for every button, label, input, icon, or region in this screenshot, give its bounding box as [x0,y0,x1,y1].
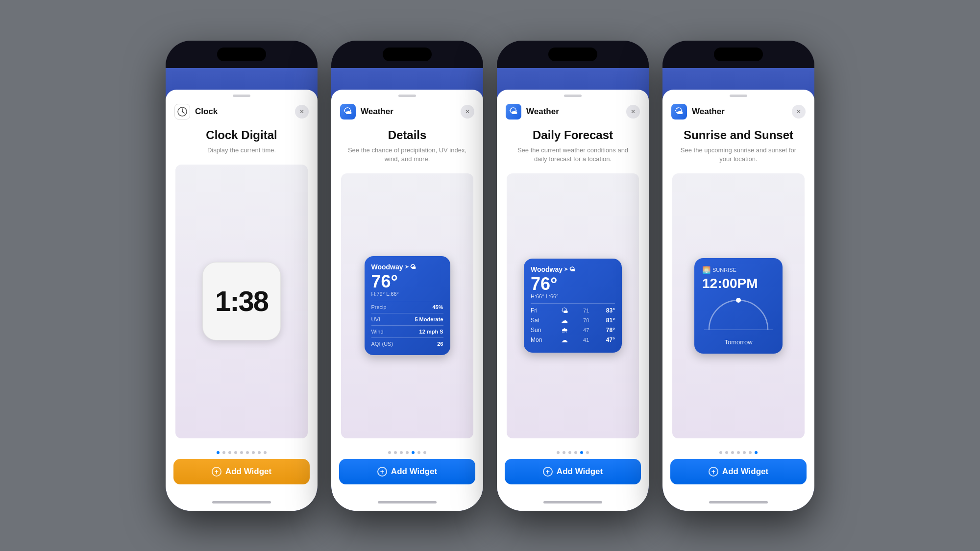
details-hl: H:79° L:66° [371,291,443,297]
dot [252,451,255,454]
forecast-row-sat: Sat ☁ 70 81° [531,316,615,324]
details-widget-desc: See the chance of precipitation, UV inde… [341,146,473,164]
dynamic-island-2 [383,48,432,61]
sunrise-widget: 🌅 SUNRISE 12:00PM T [694,258,783,354]
detail-row-aqi: AQI (US) 26 [371,341,443,347]
dot [574,451,577,454]
page-dots-sunrise [662,446,814,459]
forecast-row-sun: Sun 🌧 47 78° [531,326,615,334]
home-bar-2 [378,501,437,503]
phone-sunrise: 🌤 Weather ✕ Sunrise and Sunset See the u… [662,41,814,511]
sunrise-preview-area: 🌅 SUNRISE 12:00PM T [672,173,805,438]
modal-content-clock: Clock Digital Display the current time. … [166,123,318,446]
clock-app-icon [174,104,190,120]
close-button-clock[interactable]: ✕ [295,105,309,119]
clock-preview-area: 1:38 [175,165,308,438]
clock-app-name: Clock [195,107,295,117]
dot [264,451,267,454]
add-widget-button-sunrise[interactable]: + Add Widget [670,459,807,484]
dynamic-island-4 [714,48,763,61]
dot [568,451,571,454]
add-widget-button-clock[interactable]: + Add Widget [173,459,310,484]
close-button-details[interactable]: ✕ [461,105,474,119]
clock-time: 1:38 [215,287,268,315]
page-dots-forecast [497,446,649,459]
detail-row-wind: Wind 12 mph S [371,329,443,335]
weather-app-icon-4: 🌤 [671,104,687,120]
forecast-widget-desc: See the current weather conditions and d… [507,146,639,164]
sunrise-widget-title: Sunrise and Sunset [684,128,793,142]
plus-icon-forecast: + [543,467,553,477]
modal-content-sunrise: Sunrise and Sunset See the upcoming sunr… [662,123,814,446]
dynamic-island-3 [548,48,597,61]
dot [228,451,231,454]
dot [743,451,746,454]
add-widget-button-details[interactable]: + Add Widget [339,459,475,484]
dot [388,451,391,454]
dot [749,451,752,454]
plus-icon-details: + [377,467,387,477]
dot [240,451,243,454]
dot [258,451,261,454]
dot-active [580,451,583,454]
modal-header-2: 🌤 Weather ✕ [331,97,483,123]
add-widget-label-clock: Add Widget [225,467,271,477]
weather-forecast-widget: Woodway ➤ 🌤 76° H:66° L:66° [524,259,622,353]
add-widget-button-forecast[interactable]: + Add Widget [505,459,641,484]
modal-content-forecast: Daily Forecast See the current weather c… [497,123,649,446]
forecast-hl: H:66° L:66° [531,293,615,299]
dot [234,451,237,454]
dot [246,451,249,454]
modal-sheet-details: 🌤 Weather ✕ Details See the chance of pr… [331,90,483,511]
dot [423,451,426,454]
dot [737,451,740,454]
close-button-sunrise[interactable]: ✕ [792,105,806,119]
details-temp: 76° [371,272,443,291]
phone-weather-details: 🌤 Weather ✕ Details See the chance of pr… [331,41,483,511]
dot [563,451,565,454]
modal-header-3: 🌤 Weather ✕ [497,97,649,123]
close-button-forecast[interactable]: ✕ [626,105,640,119]
page-dots-clock [166,446,318,459]
plus-icon-sunrise: + [709,467,718,477]
details-widget-title: Details [388,128,427,142]
modal-sheet-clock: Clock ✕ Clock Digital Display the curren… [166,90,318,511]
home-bar-4 [709,501,768,503]
sunrise-arc-container [704,295,773,335]
modal-content-details: Details See the chance of precipitation,… [331,123,483,446]
close-icon-3: ✕ [631,108,636,115]
dot [719,451,722,454]
weather-app-icon-3: 🌤 [506,104,521,120]
weather-app-name-3: Weather [526,107,626,117]
dot [731,451,734,454]
home-indicator-details [331,494,483,511]
close-icon-2: ✕ [465,108,470,115]
dynamic-island [217,48,266,61]
modal-header: Clock ✕ [166,97,318,123]
weather-details-widget: Woodway ➤ 🌤 76° H:79° L:66° [365,256,450,356]
dot [725,451,728,454]
details-preview-area: Woodway ➤ 🌤 76° H:79° L:66° [341,173,473,438]
plus-icon-clock: + [212,467,221,477]
close-icon-4: ✕ [796,108,801,115]
phone-top-bar [166,41,318,68]
clock-widget-inner: 1:38 [215,287,268,315]
svg-point-3 [182,111,183,112]
dot [586,451,589,454]
forecast-location: Woodway ➤ 🌤 [531,265,615,273]
modal-sheet-forecast: 🌤 Weather ✕ Daily Forecast See the curre… [497,90,649,511]
sunrise-label: 🌅 SUNRISE [702,266,775,274]
detail-row-precip: Precip 45% [371,304,443,310]
dot-active [412,451,415,454]
dot [557,451,560,454]
dot [417,451,420,454]
home-indicator-clock [166,494,318,511]
dot [217,451,220,454]
dot [400,451,403,454]
forecast-preview-area: Woodway ➤ 🌤 76° H:66° L:66° [507,173,639,438]
home-bar [212,501,271,503]
modal-sheet-sunrise: 🌤 Weather ✕ Sunrise and Sunset See the u… [662,90,814,511]
forecast-row-mon: Mon ☁ 41 47° [531,336,615,344]
phone-top-bar-4 [662,41,814,68]
dot [222,451,225,454]
